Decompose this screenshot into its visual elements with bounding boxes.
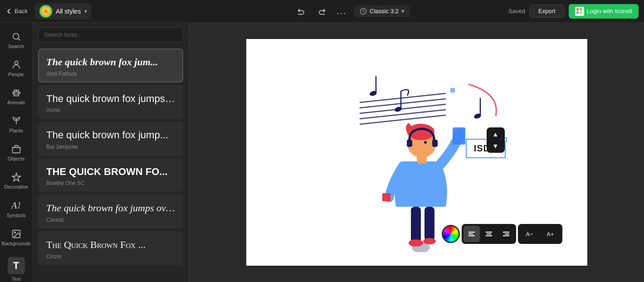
svg-rect-46 [487, 233, 491, 234]
font-item-abril[interactable]: The quick brown fox jum... Abril Fatface [38, 49, 183, 83]
svg-line-19 [360, 115, 446, 124]
style-selector[interactable]: All styles ▾ [35, 3, 92, 19]
svg-rect-47 [486, 235, 492, 236]
sidebar-label-text: Text [11, 276, 20, 282]
font-decrease-button[interactable]: A− [520, 226, 540, 242]
svg-rect-45 [486, 232, 492, 233]
font-item-bowlby[interactable]: THE QUICK BROWN FO... Bowlby One SC [38, 158, 183, 192]
svg-rect-3 [580, 8, 582, 10]
font-search-container [33, 23, 189, 47]
canvas-frame[interactable]: ISDC ▲ ▼ [246, 39, 587, 266]
sidebar-label-symbols: Symbols [6, 213, 25, 218]
style-avatar [39, 5, 52, 18]
sidebar-icons: Search People Animals [0, 23, 33, 282]
sidebar-item-plants[interactable]: Plants [2, 112, 31, 138]
font-preview-bai: The quick brown fox jump... [46, 129, 175, 142]
box-icon [11, 144, 21, 154]
svg-rect-49 [505, 233, 509, 234]
back-label: Back [15, 8, 28, 15]
canvas-bottom-toolbar: A− A+ [442, 224, 562, 244]
sidebar-item-backgrounds[interactable]: Backgrounds [2, 224, 31, 251]
preset-label: Classic 3:2 [370, 8, 399, 15]
export-button[interactable]: Export [530, 5, 564, 18]
sidebar-item-symbols[interactable]: A! Symbols [2, 196, 31, 223]
move-up-button[interactable]: ▲ [488, 128, 504, 140]
svg-rect-5 [580, 11, 582, 14]
svg-point-14 [14, 232, 15, 233]
font-increase-button[interactable]: A+ [541, 226, 561, 242]
svg-line-16 [360, 99, 446, 108]
sidebar-label-search: Search [8, 44, 24, 49]
sidebar-item-people[interactable]: People [2, 55, 31, 82]
svg-point-41 [424, 141, 427, 144]
svg-rect-28 [450, 88, 455, 92]
login-button[interactable]: Login with Icons8 [569, 4, 639, 19]
more-options-button[interactable]: ... [334, 4, 349, 19]
back-button[interactable]: Back [5, 8, 28, 15]
svg-rect-34 [453, 127, 465, 145]
font-panel: The quick brown fox jum... Abril Fatface… [33, 23, 189, 282]
move-down-button[interactable]: ▼ [488, 140, 504, 152]
svg-rect-39 [407, 140, 412, 147]
svg-rect-42 [468, 232, 475, 233]
svg-rect-35 [382, 193, 390, 201]
top-bar-right: Saved Export Login with Icons8 [508, 4, 639, 19]
font-item-caveat[interactable]: The quick brown fox jumps over th... Cav… [38, 194, 183, 229]
svg-rect-4 [576, 11, 579, 14]
image-icon [11, 229, 21, 239]
sidebar-label-animals: Animals [7, 100, 25, 105]
undo-button[interactable] [294, 4, 309, 19]
toolbar-group-align [462, 224, 516, 244]
font-name-cinzel: Cinzel [46, 253, 175, 260]
svg-point-10 [12, 92, 14, 94]
font-item-bai[interactable]: The quick brown fox jump... Bai Jamjuree [38, 122, 183, 156]
font-name-bowlby: Bowlby One SC [46, 180, 175, 186]
font-name-bai: Bai Jamjuree [46, 144, 175, 150]
sidebar-item-animals[interactable]: Animals [2, 83, 31, 110]
svg-rect-44 [468, 235, 475, 236]
toolbar-group-fontsize: A− A+ [518, 224, 562, 244]
preset-chevron-icon: ▾ [401, 8, 405, 15]
svg-point-32 [409, 239, 423, 247]
svg-line-18 [360, 110, 446, 119]
font-preview-cinzel: The Quick Brown Fox ... [46, 238, 175, 252]
sidebar-item-search[interactable]: Search [2, 27, 31, 53]
sidebar-item-objects[interactable]: Objects [2, 140, 31, 166]
ai-icon: A! [11, 200, 21, 211]
font-preview-bowlby: THE QUICK BROWN FO... [46, 165, 175, 179]
canvas-area: ISDC ▲ ▼ [189, 23, 644, 282]
color-picker-button[interactable] [442, 225, 460, 243]
svg-rect-40 [432, 140, 438, 147]
chevron-down-icon: ▾ [84, 8, 87, 15]
sidebar-label-plants: Plants [9, 128, 23, 133]
preset-selector[interactable]: Classic 3:2 ▾ [354, 5, 410, 17]
icons8-logo-icon [575, 7, 584, 16]
svg-rect-2 [576, 8, 579, 10]
top-bar: Back All styles ▾ [0, 0, 644, 23]
redo-button[interactable] [314, 4, 329, 19]
font-item-acme[interactable]: The quick brown fox jumps ov... Acme [38, 85, 183, 119]
svg-point-7 [15, 61, 18, 64]
align-center-button[interactable] [481, 226, 497, 242]
font-item-cinzel[interactable]: The Quick Brown Fox ... Cinzel [38, 231, 183, 265]
decorative-icon [11, 172, 21, 182]
sidebar-label-objects: Objects [8, 156, 24, 161]
align-right-button[interactable] [498, 226, 514, 242]
leaf-icon [11, 116, 21, 126]
svg-point-33 [423, 238, 436, 244]
sidebar-item-text[interactable]: T Text [2, 253, 31, 282]
arrow-buttons-group: ▲ ▼ [487, 127, 505, 153]
svg-rect-43 [468, 233, 473, 234]
svg-point-9 [16, 90, 19, 92]
svg-rect-30 [411, 207, 421, 243]
font-preview-abril: The quick brown fox jum... [46, 56, 175, 69]
align-left-button[interactable] [463, 226, 480, 242]
sidebar-label-decorative: Decorative [4, 184, 28, 190]
svg-point-11 [18, 92, 20, 94]
search-icon [11, 32, 21, 42]
svg-point-0 [39, 5, 52, 18]
font-search-input[interactable] [38, 27, 183, 42]
person-icon [11, 60, 21, 70]
sidebar-item-decorative[interactable]: Decorative [2, 168, 31, 194]
svg-rect-48 [503, 232, 509, 233]
